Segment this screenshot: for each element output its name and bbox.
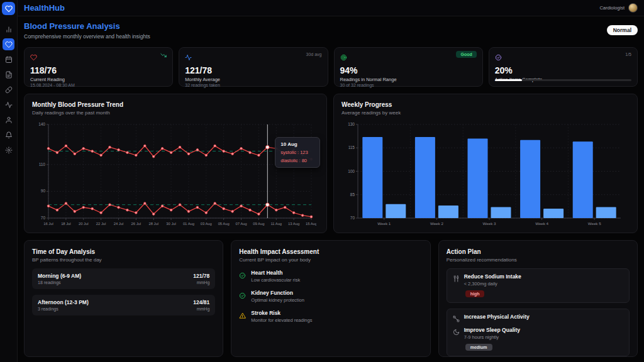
- svg-text:140: 140: [38, 122, 45, 126]
- action-title: Reduce Sodium Intake: [464, 273, 521, 280]
- svg-text:110: 110: [39, 162, 46, 167]
- svg-text:Week 5: Week 5: [588, 221, 601, 226]
- svg-text:85: 85: [350, 192, 355, 197]
- svg-text:16 Jul: 16 Jul: [43, 222, 53, 226]
- time-of-day-row[interactable]: Afternoon (12-3 PM)3 readings124/81mmHg: [32, 295, 215, 315]
- bar-systolic: [520, 140, 540, 218]
- health-impact-subtitle: Current BP impact on your body: [239, 257, 422, 263]
- health-impact-panel: Health Impact Assessment Current BP impa…: [231, 240, 430, 357]
- user-menu[interactable]: Cardiologist: [599, 3, 638, 13]
- health-impact-items: Heart HealthLow cardiovascular riskKidne…: [239, 270, 422, 323]
- impact-item: Kidney FunctionOptimal kidney protection: [239, 290, 422, 303]
- sidebar-item-notifications[interactable]: [3, 129, 14, 141]
- charts-row: Monthly Blood Pressure Trend Daily readi…: [24, 94, 638, 233]
- tooltip-systolic: systolic : 123: [280, 150, 314, 155]
- tod-unit: mmHg: [193, 307, 209, 311]
- avatar[interactable]: [628, 3, 638, 13]
- trending-down-icon: [160, 52, 167, 58]
- action-desc: < 2,300mg daily: [464, 281, 521, 287]
- svg-text:09 Aug: 09 Aug: [253, 222, 264, 226]
- svg-text:15 Aug: 15 Aug: [306, 222, 316, 226]
- pill-icon: [5, 86, 13, 94]
- bar-systolic: [415, 137, 435, 218]
- bp-trend-subtitle: Daily readings over the past month: [32, 110, 319, 116]
- stat-label: Current Reading: [30, 77, 167, 82]
- weekly-progress-chart[interactable]: 1301151008570Week 1Week 2Week 3Week 4Wee…: [341, 121, 630, 231]
- tod-readings: 18 readings: [38, 280, 81, 285]
- time-of-day-subtitle: BP patterns throughout the day: [32, 257, 215, 263]
- bar-systolic: [468, 138, 488, 218]
- sidebar-item-medications[interactable]: [3, 84, 14, 96]
- sidebar-item-patients[interactable]: [3, 114, 14, 126]
- svg-text:Week 2: Week 2: [430, 221, 443, 226]
- action-card[interactable]: Reduce Sodium Intake< 2,300mg dailyhigh: [447, 268, 630, 303]
- stat-corner-text: 30d avg: [306, 52, 322, 57]
- svg-text:Week 4: Week 4: [535, 221, 548, 226]
- progress-bar: [495, 79, 631, 81]
- weekly-progress-card: Weekly Progress Average readings by week…: [333, 94, 638, 233]
- time-of-day-rows: Morning (6-9 AM)18 readings121/78mmHgAft…: [32, 268, 215, 315]
- priority-badge: medium: [465, 344, 492, 351]
- bar-systolic: [573, 141, 593, 218]
- stat-corner-text: 1/5: [625, 52, 631, 57]
- action-title: Increase Physical Activity: [464, 314, 530, 320]
- tod-unit: mmHg: [193, 280, 209, 285]
- main-content: Blood Pressure Analysis Comprehensive mo…: [18, 16, 644, 362]
- action-title: Improve Sleep Quality: [464, 327, 520, 333]
- time-of-day-title: Time of Day Analysis: [32, 248, 215, 255]
- svg-text:70: 70: [350, 216, 355, 220]
- svg-text:01 Aug: 01 Aug: [183, 222, 194, 226]
- impact-desc: Optimal kidney protection: [251, 297, 304, 303]
- weekly-progress-title: Weekly Progress: [341, 101, 630, 108]
- time-of-day-row[interactable]: Morning (6-9 AM)18 readings121/78mmHg: [32, 268, 215, 289]
- sidebar-item-records[interactable]: [3, 69, 14, 80]
- sidebar-item-blood-pressure[interactable]: [3, 38, 14, 50]
- impact-desc: Low cardiovascular risk: [251, 277, 300, 283]
- bp-trend-chart[interactable]: 140110907016 Jul18 Jul20 Jul22 Jul24 Jul…: [32, 121, 319, 231]
- user-role: Cardiologist: [599, 5, 625, 11]
- page-subtitle: Comprehensive monthly overview and healt…: [24, 33, 150, 40]
- stat-value: 20%: [495, 65, 631, 75]
- stat-cards-row: 118/76Current Reading15.08.2024 - 08:30 …: [24, 47, 638, 87]
- time-of-day-panel: Time of Day Analysis BP patterns through…: [24, 240, 223, 357]
- weekly-progress-subtitle: Average readings by week: [341, 110, 630, 116]
- moon-icon: [453, 329, 460, 336]
- line-chart-svg[interactable]: 140110907016 Jul18 Jul20 Jul22 Jul24 Jul…: [32, 121, 316, 229]
- tooltip-date: 10 Aug: [280, 141, 314, 147]
- svg-text:13 Aug: 13 Aug: [288, 222, 299, 226]
- impact-title: Kidney Function: [251, 290, 304, 296]
- tod-period: Morning (6-9 AM): [38, 273, 81, 279]
- tooltip-diastolic: diastolic : 80: [280, 158, 314, 163]
- action-plan-title: Action Plan: [447, 248, 630, 255]
- page-header: Blood Pressure Analysis Comprehensive mo…: [24, 21, 638, 40]
- status-badge: Normal: [607, 25, 638, 35]
- check-circle-icon: [239, 292, 246, 299]
- svg-text:11 Aug: 11 Aug: [270, 222, 282, 226]
- stat-label: Monthly Average: [185, 77, 321, 82]
- svg-text:22 Jul: 22 Jul: [96, 222, 106, 226]
- stat-card-readings-in-normal-range: Good94%Readings in Normal Range30 of 32 …: [334, 47, 483, 87]
- svg-text:28 Jul: 28 Jul: [148, 222, 158, 226]
- sidebar-item-settings[interactable]: [3, 144, 14, 156]
- sidebar-item-analytics[interactable]: [3, 23, 14, 35]
- utensils-icon: [453, 275, 460, 282]
- stat-value: 121/78: [185, 65, 321, 75]
- page-title: Blood Pressure Analysis: [24, 21, 150, 31]
- stat-sublabel: 15.08.2024 - 08:30 AM: [30, 83, 167, 87]
- sidebar-item-vitals[interactable]: [3, 99, 14, 111]
- action-card[interactable]: Increase Physical ActivityImprove Sleep …: [447, 309, 630, 356]
- sidebar-nav: [3, 23, 14, 156]
- good-badge: Good: [456, 51, 476, 58]
- svg-text:70: 70: [41, 216, 46, 220]
- bar-diastolic: [438, 206, 458, 218]
- impact-title: Heart Health: [251, 270, 300, 276]
- sidebar-item-calendar[interactable]: [3, 53, 14, 65]
- impact-desc: Monitor for elevated readings: [251, 317, 312, 323]
- app-logo[interactable]: [2, 2, 15, 15]
- tod-period: Afternoon (12-3 PM): [38, 299, 89, 305]
- impact-title: Stroke Risk: [251, 310, 312, 316]
- action-desc: 7-9 hours nightly: [464, 334, 520, 340]
- bar-chart-svg[interactable]: 1301151008570Week 1Week 2Week 3Week 4Wee…: [341, 121, 626, 229]
- check-circle-icon: [495, 54, 502, 61]
- bar-systolic: [362, 137, 382, 218]
